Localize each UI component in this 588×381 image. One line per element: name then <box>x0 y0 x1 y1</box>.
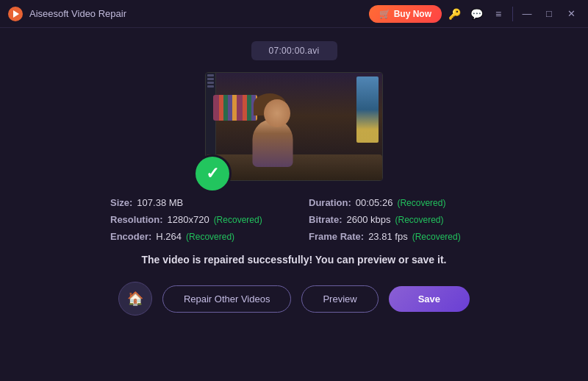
bitrate-recovered-tag: (Recovered) <box>395 215 444 225</box>
scene-sofa <box>206 154 382 180</box>
chat-icon: 💬 <box>470 8 483 20</box>
sidebar-bar-4 <box>207 85 214 88</box>
duration-recovered-tag: (Recovered) <box>397 198 445 208</box>
duration-value: 00:05:26 <box>356 197 393 208</box>
encoder-label: Encoder: <box>110 231 151 242</box>
key-icon: 🔑 <box>448 8 461 20</box>
title-bar-right: 🛒 Buy Now 🔑 💬 ≡ — □ ✕ <box>369 4 581 24</box>
success-check-overlay: ✓ <box>193 154 232 193</box>
cart-icon: 🛒 <box>379 9 390 19</box>
app-logo-icon <box>7 6 24 22</box>
encoder-recovered-tag: (Recovered) <box>186 232 234 242</box>
save-button[interactable]: Save <box>389 286 470 312</box>
bitrate-label: Bitrate: <box>309 214 343 225</box>
scene-stripe <box>213 95 257 121</box>
close-icon: ✕ <box>567 8 576 19</box>
menu-button[interactable]: ≡ <box>489 4 508 24</box>
video-preview <box>205 72 383 181</box>
framerate-value: 23.81 fps <box>368 231 408 242</box>
chat-button[interactable]: 💬 <box>467 4 486 24</box>
menu-icon: ≡ <box>495 8 501 20</box>
framerate-label: Frame Rate: <box>309 231 364 242</box>
scene-head <box>264 99 290 127</box>
home-icon: 🏠 <box>127 291 143 307</box>
buy-now-button[interactable]: 🛒 Buy Now <box>369 5 442 23</box>
framerate-row: Frame Rate: 23.81 fps (Recovered) <box>309 231 478 242</box>
title-bar: Aiseesoft Video Repair 🛒 Buy Now 🔑 💬 ≡ —… <box>0 0 588 28</box>
bottom-buttons: 🏠 Repair Other Videos Preview Save <box>118 282 470 316</box>
file-name-text: 07:00:00.avi <box>269 46 320 56</box>
resolution-label: Resolution: <box>110 214 163 225</box>
sidebar-bar-3 <box>207 82 214 84</box>
bitrate-row: Bitrate: 2600 kbps (Recovered) <box>309 214 478 225</box>
size-label: Size: <box>110 197 132 208</box>
maximize-icon: □ <box>546 8 552 19</box>
resolution-row: Resolution: 1280x720 (Recovered) <box>110 214 279 225</box>
minimize-icon: — <box>523 8 532 19</box>
video-content <box>206 73 382 180</box>
duration-row: Duration: 00:05:26 (Recovered) <box>309 197 478 208</box>
key-button[interactable]: 🔑 <box>445 4 464 24</box>
size-row: Size: 107.38 MB <box>110 197 279 208</box>
close-button[interactable]: ✕ <box>562 4 581 24</box>
resolution-recovered-tag: (Recovered) <box>214 215 262 225</box>
bitrate-value: 2600 kbps <box>347 214 391 225</box>
resolution-value: 1280x720 <box>168 214 209 225</box>
encoder-row: Encoder: H.264 (Recovered) <box>110 231 279 242</box>
repair-other-videos-button[interactable]: Repair Other Videos <box>162 285 292 313</box>
video-preview-wrapper: ✓ <box>205 72 383 181</box>
divider <box>512 7 513 21</box>
app-title: Aiseesoft Video Repair <box>29 8 126 19</box>
duration-label: Duration: <box>309 197 351 208</box>
encoder-value: H.264 <box>156 231 182 242</box>
maximize-button[interactable]: □ <box>539 4 559 24</box>
title-bar-left: Aiseesoft Video Repair <box>7 6 126 22</box>
sidebar-bar-1 <box>207 74 214 76</box>
framerate-recovered-tag: (Recovered) <box>412 232 461 242</box>
preview-button[interactable]: Preview <box>301 285 378 313</box>
size-value: 107.38 MB <box>137 197 183 208</box>
home-button[interactable]: 🏠 <box>118 282 152 316</box>
minimize-button[interactable]: — <box>517 4 537 24</box>
sidebar-bar-2 <box>207 78 214 80</box>
scene-window <box>356 76 379 143</box>
main-content: 07:00:00.avi ✓ <box>0 28 588 381</box>
checkmark-icon: ✓ <box>206 165 219 182</box>
file-name-bar: 07:00:00.avi <box>251 41 337 60</box>
success-message: The video is repaired successfully! You … <box>142 254 447 266</box>
info-grid: Size: 107.38 MB Duration: 00:05:26 (Reco… <box>110 197 478 242</box>
